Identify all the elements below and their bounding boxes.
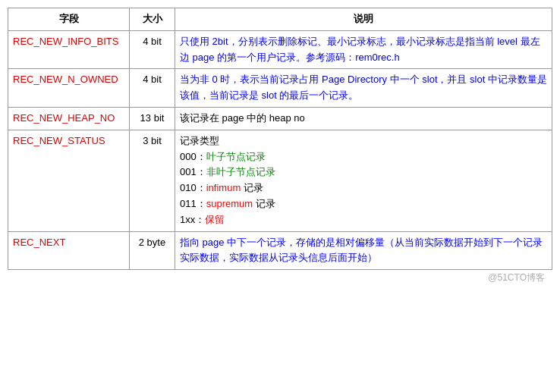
desc-status-010: 010： [180, 182, 206, 193]
header-field: 字段 [8, 8, 130, 31]
table-row: REC_NEW_INFO_BITS 4 bit 只使用 2bit，分别表示删除标… [8, 30, 552, 69]
desc-status-010-suffix: 记录 [241, 182, 263, 193]
desc-text-5: 指向 page 中下一个记录，存储的是相对偏移量（从当前实际数据开始到下一个记录… [180, 237, 543, 264]
field-name-4: REC_NEW_STATUS [8, 130, 130, 231]
field-size-2: 4 bit [130, 69, 175, 108]
field-name-3: REC_NEW_HEAP_NO [8, 107, 130, 130]
desc-status-1xx: 1xx： [180, 214, 205, 225]
table-row: REC_NEW_N_OWNED 4 bit 当为非 0 时，表示当前记录占用 P… [8, 69, 552, 108]
desc-text-1: 只使用 2bit，分别表示删除标记、最小记录标志，最小记录标志是指当前 leve… [180, 36, 540, 63]
desc-status-000-val: 叶子节点记录 [206, 151, 266, 162]
field-desc-5: 指向 page 中下一个记录，存储的是相对偏移量（从当前实际数据开始到下一个记录… [175, 231, 552, 270]
field-size-1: 4 bit [130, 30, 175, 69]
table-row: REC_NEW_STATUS 3 bit 记录类型 000：叶子节点记录 001… [8, 130, 552, 231]
main-table: 字段 大小 说明 REC_NEW_INFO_BITS 4 bit 只使用 2bi… [8, 8, 552, 270]
header-desc: 说明 [175, 8, 552, 31]
desc-status-011-suffix: 记录 [253, 198, 275, 209]
desc-status-010-val: infimum [206, 182, 241, 193]
table-row: REC_NEXT 2 byte 指向 page 中下一个记录，存储的是相对偏移量… [8, 231, 552, 270]
desc-text-3: 该记录在 page 中的 heap no [180, 112, 305, 124]
desc-status-label: 记录类型 [180, 135, 219, 146]
desc-status-1xx-val: 保留 [205, 214, 225, 225]
desc-status-011: 011： [180, 198, 206, 209]
field-desc-3: 该记录在 page 中的 heap no [175, 107, 552, 130]
field-size-3: 13 bit [130, 107, 175, 130]
field-size-5: 2 byte [130, 231, 175, 270]
field-name-1: REC_NEW_INFO_BITS [8, 30, 130, 69]
field-name-2: REC_NEW_N_OWNED [8, 69, 130, 108]
field-desc-1: 只使用 2bit，分别表示删除标记、最小记录标志，最小记录标志是指当前 leve… [175, 30, 552, 69]
watermark: @51CTO博客 [8, 271, 552, 284]
desc-status-011-val: supremum [206, 198, 253, 209]
table-container: 字段 大小 说明 REC_NEW_INFO_BITS 4 bit 只使用 2bi… [0, 0, 560, 299]
field-name-5: REC_NEXT [8, 231, 130, 270]
desc-status-000: 000： [180, 151, 206, 162]
field-desc-4: 记录类型 000：叶子节点记录 001：非叶子节点记录 010：infimum … [175, 130, 552, 231]
header-size: 大小 [130, 8, 175, 31]
desc-status-001: 001： [180, 166, 206, 177]
field-size-4: 3 bit [130, 130, 175, 231]
desc-status-001-val: 非叶子节点记录 [206, 166, 275, 177]
desc-text-2: 当为非 0 时，表示当前记录占用 Page Directory 中一个 slot… [180, 74, 547, 101]
table-row: REC_NEW_HEAP_NO 13 bit 该记录在 page 中的 heap… [8, 107, 552, 130]
field-desc-2: 当为非 0 时，表示当前记录占用 Page Directory 中一个 slot… [175, 69, 552, 108]
